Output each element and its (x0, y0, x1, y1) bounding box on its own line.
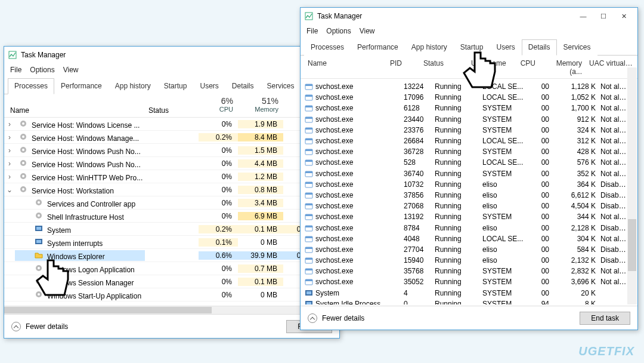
details-row[interactable]: svchost.exe27068Runningeliso004,504 KDis… (301, 201, 627, 211)
fewer-details-link[interactable]: Fewer details (26, 322, 68, 331)
menu-options[interactable]: Options (326, 27, 351, 35)
process-row[interactable]: ›Service Host: Windows Manage...0.2%8.4 … (4, 131, 339, 144)
process-row[interactable]: Windows Session Manager0%0.1 MB0 MB/s (4, 275, 339, 288)
details-row[interactable]: System4RunningSYSTEM0020 K (301, 288, 627, 299)
details-row[interactable]: svchost.exe13192RunningSYSTEM00344 KNot … (301, 211, 627, 222)
process-icon (34, 198, 44, 207)
tab-strip: ProcessesPerformanceApp historyStartupUs… (301, 39, 637, 56)
tab-startup[interactable]: Startup (157, 78, 194, 94)
details-row[interactable]: svchost.exe36740RunningSYSTEM00352 KNot … (301, 168, 627, 179)
details-row[interactable]: svchost.exe6128RunningSYSTEM001,700 KNot… (301, 103, 627, 113)
process-row[interactable]: Windows Logon Application0%0.7 MB0 MB/s (4, 262, 339, 275)
process-icon (304, 223, 314, 233)
process-row[interactable]: ›Service Host: Windows Push No...0%1.5 M… (4, 144, 339, 157)
tab-app-history[interactable]: App history (109, 78, 157, 94)
svg-rect-0 (9, 51, 16, 59)
col-memory[interactable]: 51% Memory (238, 94, 283, 117)
process-icon (34, 250, 44, 260)
process-row[interactable]: ›Service Host: WinHTTP Web Pro...0%1.2 M… (4, 170, 339, 183)
tab-details[interactable]: Details (225, 78, 261, 94)
task-manager-window-processes[interactable]: Task Manager — ☐ FileOptionsView Process… (4, 46, 340, 339)
col-name[interactable]: Name (4, 94, 145, 117)
details-row[interactable]: svchost.exe37856Runningeliso006,612 KDis… (301, 190, 627, 201)
tab-performance[interactable]: Performance (54, 78, 109, 94)
details-row[interactable]: svchost.exe27704Runningeliso00584 KDisab… (301, 244, 627, 255)
tab-processes[interactable]: Processes (8, 78, 54, 94)
details-row[interactable]: svchost.exe35052RunningSYSTEM003,696 KNo… (301, 276, 627, 287)
chevron-up-icon[interactable] (11, 322, 21, 331)
process-row[interactable]: Services and Controller app0%3.4 MB0 MB/… (4, 196, 339, 210)
tab-services[interactable]: Services (261, 78, 301, 94)
process-list[interactable]: ›Service Host: Windows License ...0%1.9 … (4, 118, 339, 302)
menu-file[interactable]: File (10, 66, 21, 74)
details-row[interactable]: System Idle Process0RunningSYSTEM948 K (301, 299, 627, 304)
column-headers[interactable]: Name Status 6% CPU 51% Memory 0% Disk (4, 94, 339, 118)
fewer-details-link[interactable]: Fewer details (322, 314, 364, 322)
col-cpu[interactable]: 6% CPU (199, 94, 238, 117)
details-row[interactable]: svchost.exe17096RunningLOCAL SE...001,05… (301, 92, 627, 103)
close-button[interactable]: ✕ (614, 10, 634, 23)
process-row[interactable]: ›Service Host: Windows License ...0%1.9 … (4, 118, 339, 131)
menu-options[interactable]: Options (30, 66, 54, 74)
col-cpu[interactable]: CPU (515, 59, 539, 76)
tab-users[interactable]: Users (193, 78, 225, 94)
details-row[interactable]: svchost.exe10732Runningeliso00364 KDisab… (301, 179, 627, 190)
details-row[interactable]: svchost.exe36728RunningSYSTEM00428 KNot … (301, 146, 627, 157)
process-row[interactable]: Windows Start-Up Application0%0 MB0 MB/s (4, 288, 339, 302)
col-name[interactable]: Name (301, 59, 386, 76)
process-row[interactable]: ⌄Service Host: Workstation0%0.8 MB0 MB/s (4, 183, 339, 196)
task-manager-window-details[interactable]: Task Manager — ☐ ✕ FileOptionsView Proce… (300, 7, 638, 330)
details-row[interactable]: svchost.exe8784Runningeliso002,128 KDisa… (301, 222, 627, 233)
process-row[interactable]: System interrupts0.1%0 MB0 MB/s (4, 236, 339, 249)
minimize-button[interactable]: — (573, 10, 593, 23)
process-icon (34, 290, 44, 299)
menu-bar: FileOptionsView (301, 24, 637, 39)
process-icon (304, 115, 314, 124)
titlebar[interactable]: Task Manager — ☐ ✕ (301, 8, 637, 24)
details-list[interactable]: svchost.exe13224RunningLOCAL SE...001,12… (301, 81, 627, 304)
process-icon (34, 276, 44, 286)
vertical-scrollbar[interactable] (627, 67, 637, 304)
process-icon (18, 145, 28, 155)
details-row[interactable]: svchost.exe26684RunningLOCAL SE...00312 … (301, 136, 627, 146)
process-row[interactable]: System0.2%0.1 MB0.1 MB/s (4, 223, 339, 236)
svg-point-16 (38, 214, 40, 217)
process-row[interactable]: Windows Explorer0.6%39.9 MB0.1 MB/s (4, 249, 339, 262)
tab-startup[interactable]: Startup (454, 39, 490, 56)
tab-performance[interactable]: Performance (351, 39, 405, 56)
column-headers[interactable]: Name PID Status User name CPU Memory (a.… (301, 56, 637, 79)
tab-processes[interactable]: Processes (304, 39, 351, 56)
titlebar[interactable]: Task Manager — ☐ (4, 47, 339, 63)
svg-rect-53 (305, 214, 312, 216)
svg-rect-49 (305, 193, 312, 195)
process-icon (304, 234, 314, 244)
maximize-button[interactable]: ☐ (593, 10, 614, 23)
tab-services[interactable]: Services (557, 39, 597, 56)
tab-users[interactable]: Users (490, 39, 521, 56)
menu-view[interactable]: View (63, 66, 79, 74)
details-row[interactable]: svchost.exe23376RunningSYSTEM00324 KNot … (301, 125, 627, 136)
col-status[interactable]: Status (145, 94, 199, 117)
tab-details[interactable]: Details (522, 39, 557, 56)
col-user[interactable]: User name (467, 59, 515, 76)
col-pid[interactable]: PID (386, 59, 420, 76)
menu-file[interactable]: File (306, 27, 318, 35)
horizontal-scrollbar[interactable] (4, 306, 339, 314)
menu-view[interactable]: View (360, 27, 375, 35)
chevron-up-icon[interactable] (308, 313, 317, 323)
window-title: Task Manager (317, 12, 362, 20)
tab-app-history[interactable]: App history (405, 39, 454, 56)
process-row[interactable]: ›Service Host: Windows Push No...0%4.4 M… (4, 157, 339, 170)
details-row[interactable]: svchost.exe35768RunningSYSTEM002,832 KNo… (301, 266, 627, 276)
process-row[interactable]: Shell Infrastructure Host0%6.9 MB0 MB/s (4, 210, 339, 223)
end-task-button[interactable]: End task (580, 312, 630, 325)
process-icon (304, 169, 314, 179)
process-icon (18, 171, 28, 181)
details-row[interactable]: svchost.exe15940Runningeliso002,132 KDis… (301, 255, 627, 266)
details-row[interactable]: svchost.exe13224RunningLOCAL SE...001,12… (301, 81, 627, 92)
details-row[interactable]: svchost.exe23440RunningSYSTEM00912 KNot … (301, 114, 627, 125)
details-row[interactable]: svchost.exe528RunningLOCAL SE...00576 KN… (301, 157, 627, 168)
details-row[interactable]: svchost.exe4048RunningLOCAL SE...00304 K… (301, 233, 627, 244)
col-status[interactable]: Status (420, 59, 467, 76)
col-memory[interactable]: Memory (a... (539, 59, 586, 76)
